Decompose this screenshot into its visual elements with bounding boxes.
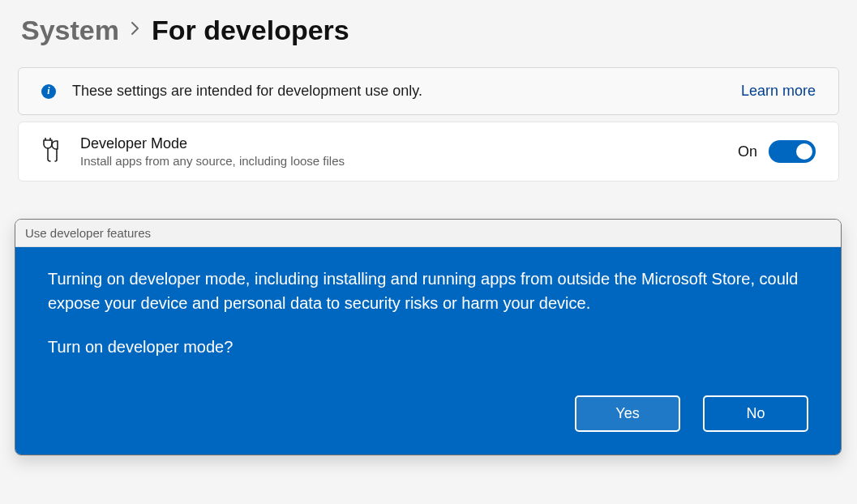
info-icon: i	[41, 84, 56, 99]
dialog-buttons: Yes No	[48, 395, 808, 432]
toggle-wrap: On	[738, 140, 816, 163]
yes-button[interactable]: Yes	[575, 395, 680, 432]
breadcrumb-parent[interactable]: System	[21, 15, 119, 46]
info-banner: i These settings are intended for develo…	[18, 67, 839, 115]
breadcrumb-current: For developers	[152, 15, 349, 46]
dialog-question: Turn on developer mode?	[48, 338, 808, 357]
developer-mode-card: Developer Mode Install apps from any sou…	[18, 122, 839, 182]
dialog-body: Turning on developer mode, including ins…	[15, 247, 841, 455]
learn-more-link[interactable]: Learn more	[741, 83, 816, 100]
setting-texts: Developer Mode Install apps from any sou…	[80, 135, 738, 168]
developer-mode-toggle[interactable]	[769, 140, 816, 163]
info-banner-text: These settings are intended for developm…	[72, 83, 741, 100]
developer-mode-description: Install apps from any source, including …	[80, 154, 738, 168]
no-button[interactable]: No	[703, 395, 808, 432]
toggle-knob	[796, 143, 812, 160]
dialog-message: Turning on developer mode, including ins…	[48, 267, 808, 315]
dialog-title: Use developer features	[15, 220, 841, 247]
developer-mode-title: Developer Mode	[80, 135, 738, 152]
breadcrumb: System For developers	[0, 0, 857, 56]
confirm-dialog: Use developer features Turning on develo…	[15, 219, 842, 455]
chevron-right-icon	[131, 21, 140, 40]
toggle-state-label: On	[738, 143, 757, 160]
tools-icon	[41, 138, 62, 165]
